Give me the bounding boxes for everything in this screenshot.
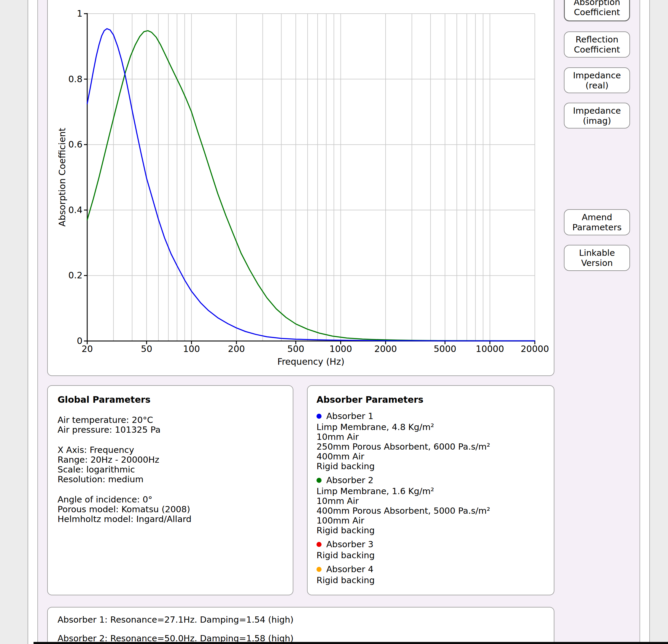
absorber-4-header: Absorber 4 — [317, 564, 554, 574]
scale-setting: Scale: logarithmic — [58, 465, 293, 475]
y-axis-title: Absorption Coefficient — [57, 118, 66, 237]
status-line-absorber-2: Absorber 2: Resonance=50.0Hz. Damping=1.… — [58, 634, 554, 643]
absorber-2-layer: 400mm Porous Absorbent, 5000 Pa.s/m² — [317, 506, 554, 516]
bottom-window-edge — [33, 642, 668, 644]
range-setting: Range: 20Hz - 20000Hz — [58, 455, 293, 465]
absorber-2-layer: Rigid backing — [317, 526, 554, 535]
absorber-1-layer: 10mm Air — [317, 432, 554, 442]
angle-of-incidence: Angle of incidence: 0° — [58, 495, 293, 505]
absorber-4-name: Absorber 4 — [326, 564, 374, 574]
absorber-parameters-panel: Absorber Parameters Absorber 1 Limp Memb… — [307, 385, 555, 595]
global-parameters-title: Global Parameters — [58, 395, 293, 405]
absorber-2-name: Absorber 2 — [326, 475, 374, 485]
absorber-1-layer: 250mm Porous Absorbent, 6000 Pa.s/m² — [317, 442, 554, 452]
absorber-1-header: Absorber 1 — [317, 411, 554, 421]
air-pressure: Air pressure: 101325 Pa — [58, 425, 293, 435]
right-margin-border — [649, 0, 650, 644]
chart-panel — [47, 0, 555, 376]
absorber-1-name: Absorber 1 — [326, 411, 374, 421]
absorber-parameters-title: Absorber Parameters — [317, 395, 554, 405]
linkable-version-button[interactable]: Linkable Version — [564, 245, 630, 271]
absorber-1-layer: Limp Membrane, 4.8 Kg/m² — [317, 422, 554, 432]
amend-parameters-button[interactable]: Amend Parameters — [564, 209, 630, 235]
absorber-1-layer: 400mm Air — [317, 452, 554, 462]
status-panel: Absorber 1: Resonance=27.1Hz. Damping=1.… — [47, 607, 555, 644]
x-axis-title: Frequency (Hz) — [252, 356, 370, 365]
reflection-coefficient-button[interactable]: Reflection Coefficient — [564, 31, 630, 58]
porous-model: Porous model: Komatsu (2008) — [58, 505, 293, 514]
right-gutter — [640, 0, 649, 644]
absorber-2-layer: 10mm Air — [317, 496, 554, 506]
absorber-3-name: Absorber 3 — [326, 539, 374, 549]
global-parameters-panel: Global Parameters Air temperature: 20°C … — [47, 385, 293, 595]
absorber-2-layer: Limp Membrane, 1.6 Kg/m² — [317, 486, 554, 496]
air-temperature: Air temperature: 20°C — [58, 415, 293, 425]
left-gutter — [28, 0, 37, 644]
impedance-imag-button[interactable]: Impedance (imag) — [564, 103, 630, 129]
absorber-1-layer: Rigid backing — [317, 462, 554, 471]
resolution-setting: Resolution: medium — [58, 475, 293, 484]
absorber-2-color-dot — [317, 478, 321, 483]
impedance-real-button[interactable]: Impedance (real) — [564, 68, 630, 93]
helmholtz-model: Helmholtz model: Ingard/Allard — [58, 514, 293, 524]
absorber-3-header: Absorber 3 — [317, 539, 554, 549]
absorber-3-color-dot — [317, 542, 321, 547]
absorber-2-layer: 100mm Air — [317, 516, 554, 526]
x-axis-setting: X Axis: Frequency — [58, 445, 293, 455]
absorber-4-color-dot — [317, 567, 321, 572]
absorber-1-color-dot — [317, 414, 321, 419]
absorber-2-header: Absorber 2 — [317, 475, 554, 485]
model-parameters-group: Angle of incidence: 0° Porous model: Kom… — [58, 495, 293, 524]
absorption-coefficient-button[interactable]: Absorption Coefficient — [564, 0, 630, 21]
air-parameters-group: Air temperature: 20°C Air pressure: 1013… — [58, 415, 293, 435]
absorber-3-layer: Rigid backing — [317, 551, 554, 560]
absorber-4-layer: Rigid backing — [317, 575, 554, 585]
status-line-absorber-1: Absorber 1: Resonance=27.1Hz. Damping=1.… — [58, 615, 554, 624]
axis-parameters-group: X Axis: Frequency Range: 20Hz - 20000Hz … — [58, 445, 293, 484]
